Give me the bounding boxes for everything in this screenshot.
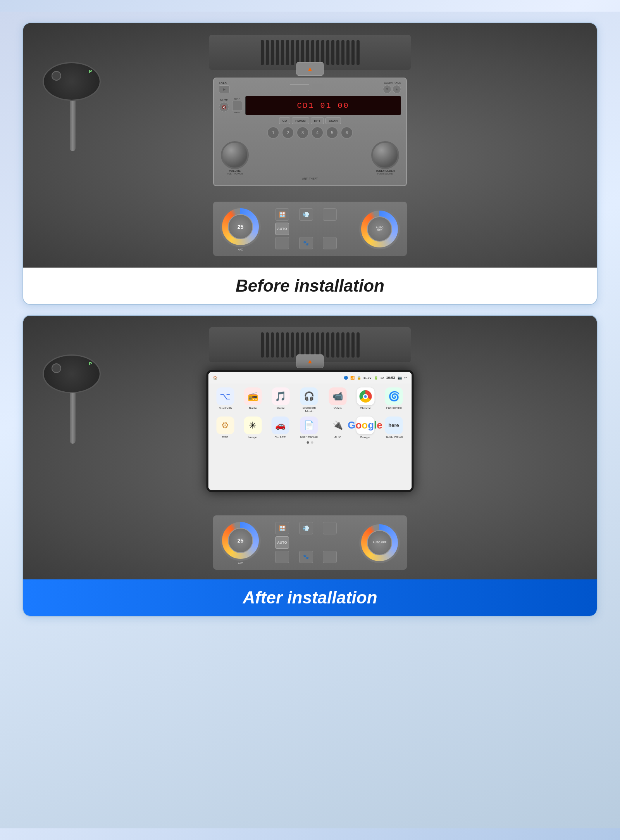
before-photo: ▲ P LOAD ▶: [23, 23, 597, 268]
app-radio-label: Radio: [249, 406, 257, 410]
app-image-label: Image: [248, 436, 257, 439]
app-aux-label: AUX: [334, 436, 341, 439]
app-here-label: HERE WeGo: [384, 436, 404, 439]
app-aux[interactable]: 🔌 AUX: [329, 417, 346, 439]
android-head-unit: 🏠 🔵 📶 🔒 11.6V 🔋 12 10:53 📷 ↩: [207, 370, 414, 492]
app-music[interactable]: 🎵 Music: [272, 387, 289, 413]
app-manual-label: User manual: [299, 436, 319, 439]
climate-after: 25 A/C 🪟 💨 AUTO 🐾: [213, 515, 407, 570]
app-chrome[interactable]: Chrome: [356, 387, 374, 413]
app-video[interactable]: 📹 Video: [329, 387, 347, 413]
app-here[interactable]: here HERE WeGo: [384, 417, 404, 439]
app-bluetooth-music-label: Bluetooth Music: [300, 406, 319, 413]
app-music-label: Music: [277, 406, 285, 410]
after-caption-text: After installation: [243, 588, 377, 607]
before-panel: ▲ P LOAD ▶: [22, 22, 598, 305]
status-bar: 🏠 🔵 📶 🔒 11.6V 🔋 12 10:53 📷 ↩: [208, 372, 412, 384]
status-icons: 🔵 📶 🔒 11.6V 🔋 12 10:53 📷 ↩: [344, 376, 407, 380]
app-image[interactable]: ✳ Image: [244, 417, 262, 439]
after-panel: ▲ P 🏠 🔵 📶: [22, 315, 598, 617]
app-manual[interactable]: 📄 User manual: [299, 417, 319, 439]
after-photo: ▲ P 🏠 🔵 📶: [23, 316, 597, 579]
app-bluetooth-label: Bluetooth: [219, 406, 232, 410]
app-video-label: Video: [334, 406, 341, 410]
before-caption: Before installation: [23, 268, 597, 304]
auto-off-label: AUTO OFF: [373, 541, 387, 544]
app-dsp[interactable]: ⚙ DSP: [216, 417, 234, 439]
app-google-label: Google: [360, 436, 370, 439]
after-caption: After installation: [23, 579, 597, 616]
head-unit-before: LOAD ▶ SEEK/TRACK ▼ ▲: [213, 78, 407, 186]
cd-display: CD1 01 00: [245, 96, 401, 115]
app-carapp-label: CarAPP: [275, 436, 286, 439]
app-chrome-label: Chrome: [360, 406, 371, 410]
app-bluetooth-music[interactable]: 🎧 Bluetooth Music: [300, 387, 319, 413]
climate-before: 25 A/C 🪟 💨 AUTO 🐾: [213, 202, 407, 256]
app-carapp[interactable]: 🚗 CarAPP: [271, 417, 289, 439]
android-home-screen: ⌥ Bluetooth 📻 Radio 🎵 Music 🎧: [208, 384, 412, 490]
app-fan[interactable]: 🌀 Fan control: [384, 387, 404, 413]
app-radio[interactable]: 📻 Radio: [244, 387, 262, 413]
before-caption-text: Before installation: [236, 276, 384, 296]
app-bluetooth[interactable]: ⌥ Bluetooth: [216, 387, 234, 413]
app-dsp-label: DSP: [222, 436, 228, 439]
app-google[interactable]: Google Google: [356, 417, 374, 439]
app-fan-label: Fan control: [384, 406, 404, 410]
